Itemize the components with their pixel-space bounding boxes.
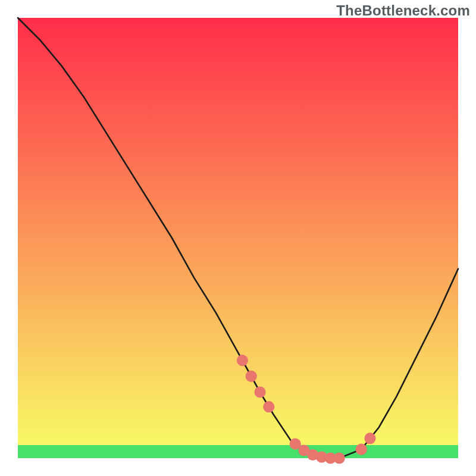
chart-svg — [0, 0, 476, 476]
gradient-background — [18, 18, 458, 458]
curve-bead — [356, 444, 367, 455]
curve-bead — [237, 355, 248, 366]
bottom-band — [18, 445, 458, 458]
curve-bead — [364, 433, 375, 444]
watermark-text: TheBottleneck.com — [336, 2, 470, 19]
curve-bead — [263, 401, 274, 412]
curve-bead — [246, 371, 257, 382]
curve-bead — [334, 452, 345, 464]
chart-stage: TheBottleneck.com — [0, 0, 476, 476]
curve-bead — [254, 386, 265, 397]
